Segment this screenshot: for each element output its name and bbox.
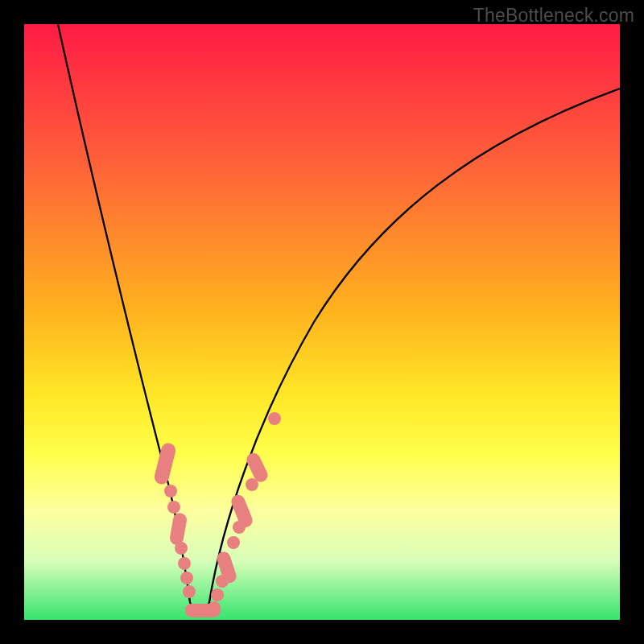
svg-point-2 bbox=[167, 501, 180, 514]
svg-rect-17 bbox=[229, 493, 254, 529]
svg-rect-3 bbox=[169, 512, 188, 546]
svg-point-6 bbox=[180, 572, 193, 584]
svg-rect-0 bbox=[153, 442, 177, 486]
svg-point-10 bbox=[196, 605, 209, 617]
svg-point-11 bbox=[208, 601, 221, 614]
svg-point-20 bbox=[268, 412, 281, 425]
marker-cluster-left bbox=[153, 442, 196, 598]
svg-point-4 bbox=[175, 542, 188, 555]
svg-point-9 bbox=[185, 604, 198, 617]
plot-area bbox=[24, 24, 620, 620]
svg-point-5 bbox=[178, 557, 191, 570]
watermark-text: TheBottleneck.com bbox=[473, 5, 634, 27]
svg-point-1 bbox=[164, 485, 177, 497]
marker-cluster-right bbox=[211, 412, 281, 601]
bottleneck-curve-svg bbox=[24, 24, 620, 620]
svg-point-12 bbox=[211, 588, 224, 601]
svg-point-15 bbox=[227, 536, 240, 549]
svg-rect-19 bbox=[244, 451, 270, 485]
bottleneck-curve bbox=[58, 24, 620, 612]
svg-point-7 bbox=[183, 585, 196, 598]
